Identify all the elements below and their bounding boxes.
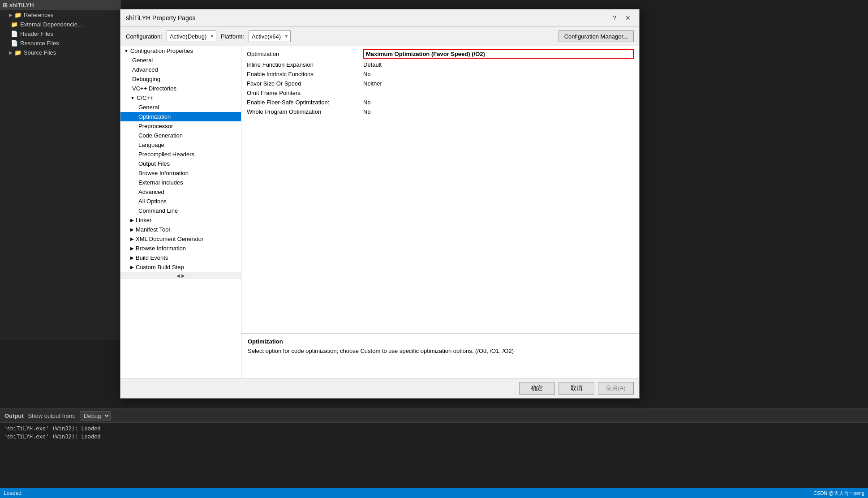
expand-icon: ▶ [130, 255, 134, 260]
prop-value-inline: Default [363, 61, 634, 68]
status-right-text: CSDN @天人合一peng [813, 490, 864, 497]
tree-item-browse-info-2[interactable]: ▶ Browse Information [120, 244, 241, 253]
tree-item-debugging[interactable]: Debugging [120, 74, 241, 84]
apply-button[interactable]: 应用(A) [598, 382, 634, 395]
prop-value-optimization: Maximum Optimization (Favor Speed) (/O2) [363, 49, 634, 59]
scroll-arrows[interactable]: ◀ ▶ [120, 272, 241, 279]
cancel-button[interactable]: 取消 [559, 382, 594, 395]
tree-item-xml-doc-gen[interactable]: ▶ XML Document Generator [120, 234, 241, 244]
tree-item-label: Linker [136, 217, 151, 223]
description-title: Optimization [248, 338, 633, 345]
prop-name-whole-program: Whole Program Optimization [247, 108, 363, 115]
prop-row-omit-frame[interactable]: Omit Frame Pointers [241, 88, 639, 98]
tree-item-config-props[interactable]: ▼ Configuration Properties [120, 46, 241, 56]
tree-item-label: VC++ Directories [132, 85, 176, 92]
tree-item-label: General [138, 104, 159, 111]
expand-icon: ▶ [130, 227, 134, 232]
description-text: Select option for code optimization; cho… [248, 347, 633, 356]
tree-item-label: External Includes [138, 179, 183, 186]
expand-icon: ▶ [130, 246, 134, 251]
folder-icon: 📁 [14, 49, 21, 56]
properties-panel: Optimization Maximum Optimization (Favor… [241, 46, 639, 378]
sidebar-item-label: Header Files [20, 30, 53, 37]
config-dropdown[interactable]: Active(Debug) [167, 30, 216, 42]
output-from-dropdown[interactable]: Debug [80, 411, 111, 421]
tree-item-code-generation[interactable]: Code Generation [120, 131, 241, 140]
sidebar-item-references[interactable]: ▶ 📁 References [0, 10, 121, 20]
output-content: 'shiTiLYH.exe' (Win32): Loaded 'shiTiLYH… [0, 423, 868, 497]
tree-item-advanced[interactable]: Advanced [120, 65, 241, 74]
tree-item-manifest-tool[interactable]: ▶ Manifest Tool [120, 225, 241, 234]
prop-name-favor-size: Favor Size Or Speed [247, 80, 363, 87]
sidebar-item-resource-files[interactable]: 📄 Resource Files [0, 39, 121, 48]
sidebar-item-source-files[interactable]: ▶ 📁 Source Files [0, 48, 121, 57]
output-from-label: Show output from: [28, 412, 76, 419]
config-manager-button[interactable]: Configuration Manager... [559, 30, 634, 42]
output-title: Output [4, 412, 24, 419]
dialog-titlebar: shiTiLYH Property Pages ? ✕ [120, 9, 639, 27]
tree-item-label: Output Files [138, 160, 170, 167]
tree-item-label: Language [138, 142, 164, 148]
prop-row-favor-size[interactable]: Favor Size Or Speed Neither [241, 79, 639, 88]
prop-row-intrinsic[interactable]: Enable Intrinsic Functions No [241, 69, 639, 79]
tree-item-linker[interactable]: ▶ Linker [120, 215, 241, 225]
project-name[interactable]: shiTiLYH [9, 2, 34, 9]
tree-item-cpp-general[interactable]: General [120, 103, 241, 112]
tree-item-command-line[interactable]: Command Line [120, 206, 241, 215]
tree-item-all-options[interactable]: All Options [120, 197, 241, 206]
tree-item-preprocessor[interactable]: Preprocessor [120, 121, 241, 131]
platform-label: Platform: [221, 33, 244, 40]
close-button[interactable]: ✕ [622, 13, 634, 23]
tree-item-build-events[interactable]: ▶ Build Events [120, 253, 241, 262]
expand-icon: ▼ [124, 48, 129, 53]
tree-item-cpp[interactable]: ▼ C/C++ [120, 93, 241, 103]
config-label: Configuration: [126, 33, 162, 40]
tree-item-cpp-advanced[interactable]: Advanced [120, 187, 241, 197]
arrow-icon: ▶ [9, 50, 13, 55]
output-panel: Output Show output from: Debug 'shiTiLYH… [0, 408, 868, 498]
tree-item-label: Custom Build Step [136, 264, 184, 270]
tree-item-general[interactable]: General [120, 56, 241, 65]
properties-table: Optimization Maximum Optimization (Favor… [241, 46, 639, 333]
tree-item-label: C/C++ [137, 94, 154, 101]
help-button[interactable]: ? [609, 13, 620, 23]
platform-select-wrapper: Active(x64) [249, 30, 291, 42]
tree-item-vcpp-dirs[interactable]: VC++ Directories [120, 84, 241, 93]
ok-button[interactable]: 确定 [519, 382, 555, 395]
tree-item-label: Configuration Properties [130, 47, 193, 54]
tree-item-label: Advanced [138, 189, 164, 195]
prop-row-fiber-safe[interactable]: Enable Fiber-Safe Optimization: No [241, 98, 639, 107]
prop-name-optimization: Optimization [247, 51, 363, 57]
tree-item-language[interactable]: Language [120, 140, 241, 150]
prop-row-whole-program[interactable]: Whole Program Optimization No [241, 107, 639, 116]
tree-item-browse-info[interactable]: Browse Information [120, 168, 241, 178]
sidebar-item-external-deps[interactable]: 📁 External Dependencie... [0, 20, 121, 29]
tree-item-external-includes[interactable]: External Includes [120, 178, 241, 187]
sidebar-item-header-files[interactable]: 📄 Header Files [0, 29, 121, 39]
status-bar: Loaded CSDN @天人合一peng [0, 488, 868, 498]
prop-name-intrinsic: Enable Intrinsic Functions [247, 71, 363, 77]
tree-item-precompiled-headers[interactable]: Precompiled Headers [120, 150, 241, 159]
description-area: Optimization Select option for code opti… [241, 333, 639, 378]
prop-name-inline: Inline Function Expansion [247, 61, 363, 68]
tree-item-label: Debugging [132, 76, 160, 82]
tree-item-output-files[interactable]: Output Files [120, 159, 241, 168]
tree-item-label: Advanced [132, 66, 158, 73]
output-header: Output Show output from: Debug [0, 409, 868, 423]
output-line-1: 'shiTiLYH.exe' (Win32): Loaded [4, 425, 864, 433]
config-bar: Configuration: Active(Debug) Platform: A… [120, 27, 639, 46]
platform-dropdown[interactable]: Active(x64) [249, 30, 291, 42]
dialog-body: ▼ Configuration Properties General Advan… [120, 46, 639, 378]
tree-item-label: Optimization [138, 113, 171, 120]
prop-row-optimization[interactable]: Optimization Maximum Optimization (Favor… [241, 48, 639, 60]
tree-item-optimization[interactable]: Optimization [120, 112, 241, 121]
prop-value-favor-size: Neither [363, 80, 634, 87]
prop-row-inline-expansion[interactable]: Inline Function Expansion Default [241, 60, 639, 69]
tree-item-label: General [132, 57, 153, 64]
prop-value-whole-program: No [363, 108, 634, 115]
tree-item-custom-build-step[interactable]: ▶ Custom Build Step [120, 262, 241, 272]
output-line-2: 'shiTiLYH.exe' (Win32): Loaded [4, 433, 864, 441]
tree-panel: ▼ Configuration Properties General Advan… [120, 46, 241, 378]
config-select-wrapper: Active(Debug) [167, 30, 216, 42]
prop-name-omit-frame: Omit Frame Pointers [247, 90, 363, 96]
